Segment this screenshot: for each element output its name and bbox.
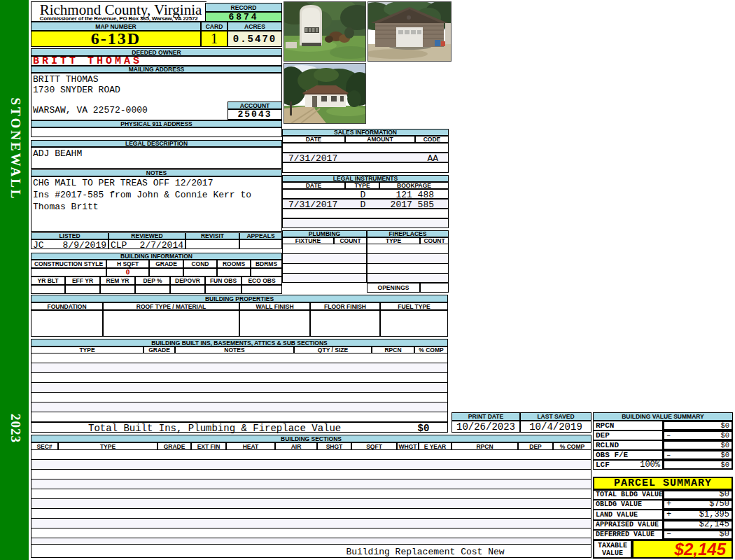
notes-label: NOTES (31, 169, 282, 176)
notes-line2: Ins #2017-585 from John & Connie Kerr to (33, 190, 251, 200)
reviewed-label: REVIEWED (108, 232, 186, 239)
built-ins-qty-label: QTY / SIZE (294, 346, 372, 354)
sales-row-2: 7/31/2017 AA (282, 153, 449, 162)
building-replacement-label: Building Replacement Cost New (322, 547, 528, 557)
revisit-label: REVISIT (186, 232, 239, 239)
funobs-label: FUN OBS (205, 276, 241, 285)
building-information-label: BUILDING INFORMATION (31, 253, 282, 260)
bvs-lcf-label-cell: LCF100% (593, 460, 663, 470)
ps-appraised-label: APPRAISED VALUE (593, 520, 663, 530)
listed-by: JC (33, 240, 44, 248)
last-saved-value: 10/4/2019 (520, 421, 592, 433)
bdrms-value (251, 268, 282, 276)
instruments-date-label: DATE (282, 182, 345, 189)
sales-amount-label: AMOUNT (345, 136, 415, 143)
mailing-address-label: MAILING ADDRESS (31, 66, 282, 73)
sales-information-label: SALES INFORMATION (282, 129, 449, 136)
appeals-label: APPEALS (239, 232, 282, 239)
dep-value (135, 285, 170, 294)
legal-instruments-label: LEGAL INSTRUMENTS (282, 175, 449, 182)
ps-obldg-value: +$750 (663, 500, 733, 510)
record-label: RECORD (205, 3, 282, 12)
plumbing-count-label: COUNT (334, 237, 367, 244)
cond-value (183, 268, 217, 276)
reviewed-value: CLP2/7/2014 (108, 239, 186, 249)
photo-house[interactable] (284, 63, 366, 124)
photo-outbuilding[interactable] (284, 1, 366, 62)
physical-address-label: PHYSICAL 911 ADDRESS (31, 120, 282, 127)
plumbing-empty-rows (282, 244, 367, 283)
bvs-rclnd-label: RCLND (593, 440, 663, 450)
revisit-value (186, 239, 239, 249)
fireplaces-openings-label: OPENINGS (367, 283, 420, 293)
photo-garage[interactable] (368, 1, 451, 62)
plumbing-fixture-label: FIXTURE (282, 237, 334, 244)
bvs-lcf-value: $0 (663, 460, 733, 470)
ps-obldg-op: + (666, 499, 671, 509)
district-name: STONEWALL (8, 93, 23, 205)
acres-value: 0.5470 (227, 31, 282, 47)
built-ins-notes-label: NOTES (175, 346, 294, 354)
account-label: ACCOUNT (227, 102, 282, 109)
roof-type-value (103, 310, 239, 337)
sales-date-label: DATE (282, 136, 345, 143)
plumbing-label: PLUMBING (282, 230, 367, 237)
title-block: Richmond County, Virginia Commissioner o… (31, 1, 206, 22)
built-ins-comp-label: % COMP (414, 346, 448, 354)
sidebar: STONEWALL 2023 (0, 0, 29, 560)
bvs-obs-value: –$0 (663, 450, 733, 460)
floor-finish-label: FLOOR FINISH (310, 302, 380, 310)
parcel-summary-label: PARCEL SUMMARY (593, 477, 733, 490)
building-value-summary-label: BUILDING VALUE SUMMARY (593, 412, 733, 421)
building-sections-empty-rows (31, 450, 592, 544)
last-saved-label: LAST SAVED (520, 412, 592, 421)
bs-dep-label: DEP (518, 442, 553, 450)
deeded-owner-value: BRITT THOMAS (31, 56, 282, 66)
bvs-obs-amount: $0 (720, 451, 729, 459)
sales-row-3 (282, 162, 449, 173)
bvs-dep-op: – (666, 431, 671, 440)
depovr-value (170, 285, 205, 294)
bvs-rpcn-label: RPCN (593, 421, 663, 430)
taxable-label-line2: VALUE (602, 550, 623, 557)
mailing-city: WARSAW, VA 22572-0000 (33, 105, 148, 115)
legal-description-block: ADJ BEAHM (31, 147, 282, 169)
built-ins-label: BUILDING BUILT INS, BASEMENTS, ATTICS & … (31, 339, 448, 346)
effyr-value (65, 285, 100, 294)
bvs-obs-label: OBS F/E (593, 450, 663, 460)
bvs-lcf-label: LCF (596, 461, 610, 469)
bs-heat-label: HEAT (226, 442, 275, 450)
bvs-rpcn-value: $0 (663, 421, 733, 430)
instruments-row-1: D 121 488 (282, 189, 449, 199)
built-ins-grade-label: GRADE (144, 346, 175, 354)
print-date-label: PRINT DATE (451, 412, 520, 421)
instruments-row-3 (282, 209, 449, 218)
built-ins-total-value: $0 (399, 423, 448, 434)
bvs-dep-value: –$0 (663, 430, 733, 440)
floor-finish-value (310, 310, 380, 337)
hsqft-value: 0 (106, 268, 149, 276)
notes-block: CHG MAIL TO PER TREAS OFF 12/2017 Ins #2… (31, 176, 282, 232)
sales-row-1 (282, 143, 449, 153)
bdrms-label: BDRMS (251, 260, 282, 268)
instruments-book-label: BOOKPAGE (379, 182, 449, 189)
grade-label: GRADE (149, 260, 183, 268)
grade-value (149, 268, 183, 276)
acres-label: ACRES (227, 22, 282, 31)
property-record-card: STONEWALL 2023 Richmond County, Virginia… (0, 0, 735, 560)
wall-finish-value (239, 310, 310, 337)
bs-grade-label: GRADE (158, 442, 191, 450)
appeals-value (239, 239, 282, 249)
instruments-row-2: 7/31/2017 D 2017 585 (282, 199, 449, 209)
notes-line1: CHG MAIL TO PER TREAS OFF 12/2017 (33, 178, 213, 188)
ps-deferred-value: –$0 (663, 530, 733, 540)
legal-description-label: LEGAL DESCRIPTION (31, 140, 282, 147)
bs-shgt-label: SHGT (317, 442, 351, 450)
commissioner-line: Commissioner of the Revenue, PO Box 365,… (33, 15, 204, 22)
account-value: 25043 (227, 109, 282, 120)
ps-totalbldg-value: $0 (663, 490, 733, 500)
yrblt-value (31, 285, 65, 294)
funobs-value (205, 285, 241, 294)
bvs-rclnd-value: $0 (663, 440, 733, 450)
ps-land-label: LAND VALUE (593, 510, 663, 520)
